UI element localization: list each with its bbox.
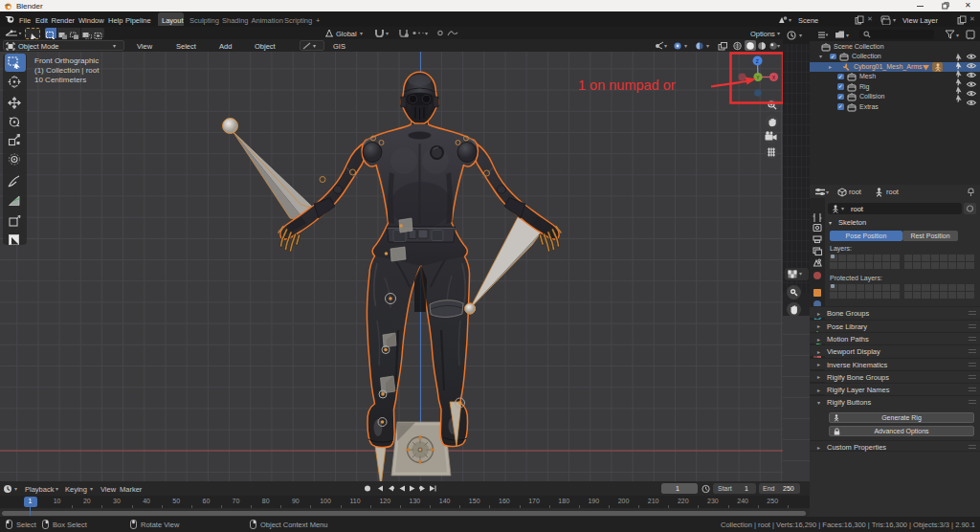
svg-text:1 on numpad or: 1 on numpad or: [578, 78, 676, 93]
svg-text:Z: Z: [756, 58, 759, 64]
